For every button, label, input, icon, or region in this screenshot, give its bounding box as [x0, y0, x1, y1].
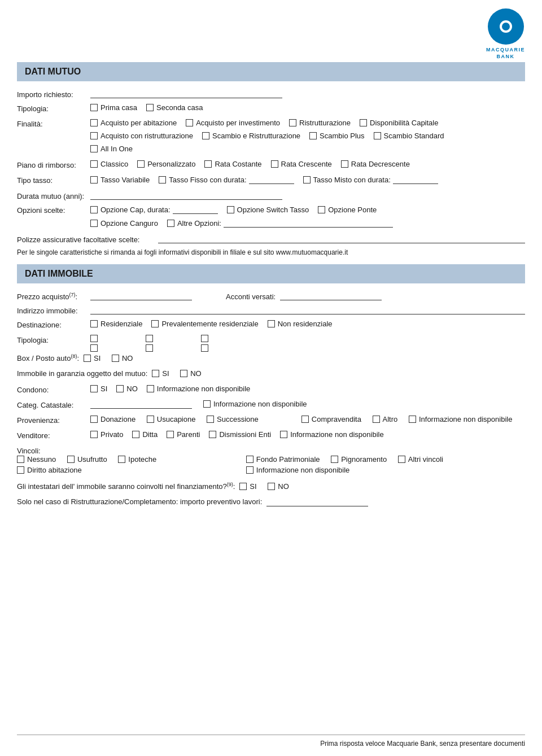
checkbox-box[interactable] — [146, 104, 154, 111]
cb-tipo5[interactable] — [146, 344, 153, 352]
cb-disponibilita[interactable]: Disponibilità Capitale — [360, 119, 438, 127]
cb-ditta[interactable]: Ditta — [132, 430, 158, 439]
cb-diritto-abitazione[interactable]: Diritto abitazione — [17, 466, 82, 474]
cb-box-si[interactable]: SI — [84, 354, 100, 362]
cb-scambio-standard[interactable]: Scambio Standard — [374, 132, 444, 140]
cb-immobile-si[interactable]: SI — [152, 369, 169, 378]
row-polizze: Polizze assicurative facoltative scelte: — [17, 234, 525, 244]
cb-acquisto-abitazione[interactable]: Acquisto per abitazione — [90, 119, 177, 127]
cb-categ-info[interactable]: Informazione non disponibile — [203, 400, 307, 408]
polizze-label: Polizze assicurative facoltative scelte: — [17, 234, 158, 244]
cb-scambio-ristrutturazione[interactable]: Scambio e Ristrutturazione — [202, 132, 300, 140]
cb-intestatari-si[interactable]: SI — [239, 482, 256, 491]
cb-venditore-info[interactable]: Informazione non disponibile — [280, 430, 384, 439]
finalita-row2: Acquisto con ristrutturazione Scambio e … — [90, 132, 453, 142]
durata-field[interactable] — [90, 191, 282, 200]
tasso-fisso-field[interactable] — [249, 175, 294, 184]
row-solo: Solo nel caso di Ristrutturazione/Comple… — [17, 497, 525, 506]
solo-label: Solo nel caso di Ristrutturazione/Comple… — [17, 497, 262, 506]
main-content: DATI MUTUO Importo richiesto: Tipologia:… — [17, 62, 525, 506]
cb-tasso-fisso[interactable]: Tasso Fisso con durata: — [159, 175, 294, 184]
section-dati-immobile: DATI IMMOBILE — [17, 264, 525, 283]
opzioni-row2: Opzione Canguro Altre Opzioni: — [90, 219, 402, 230]
altre-opzioni-field[interactable] — [224, 219, 393, 228]
cb-rata-decrescente[interactable]: Rata Decrescente — [341, 160, 410, 168]
indirizzo-field[interactable] — [90, 305, 525, 314]
checkbox-prima-casa[interactable]: Prima casa — [90, 103, 137, 112]
categ-field[interactable] — [90, 400, 192, 409]
row-box: Box / Posto auto(8): SI NO — [17, 354, 525, 365]
cb-classico[interactable]: Classico — [90, 160, 128, 168]
cap-field[interactable] — [173, 205, 218, 214]
cb-parenti[interactable]: Parenti — [167, 430, 200, 439]
cb-residenziale[interactable]: Residenziale — [90, 320, 142, 328]
cb-altro[interactable]: Altro — [373, 415, 398, 423]
cb-altri-vincoli[interactable]: Altri vincoli — [398, 455, 443, 464]
cb-tipo6[interactable] — [201, 344, 208, 352]
row-condono: Condono: SI NO Informazione non disponib… — [17, 384, 525, 395]
cb-privato[interactable]: Privato — [90, 430, 123, 439]
footer-text: Prima risposta veloce Macquarie Bank, se… — [320, 740, 525, 748]
cb-pignoramento[interactable]: Pignoramento — [331, 455, 387, 464]
condono-label: Condono: — [17, 384, 90, 394]
cb-dismissioni-enti[interactable]: Dismissioni Enti — [209, 430, 271, 439]
cb-usucapione[interactable]: Usucapione — [147, 415, 196, 423]
cb-switch-tasso[interactable]: Opzione Switch Tasso — [227, 206, 309, 214]
finalita-checkboxes: Acquisto per abitazione Acquisto per inv… — [90, 119, 453, 155]
checkbox-seconda-casa[interactable]: Seconda casa — [146, 103, 203, 112]
row-categ: Categ. Catastale: Informazione non dispo… — [17, 400, 525, 410]
categ-label: Categ. Catastale: — [17, 400, 90, 409]
cb-vincoli-info[interactable]: Informazione non disponibile — [246, 466, 350, 474]
cb-fondo-patrimoniale[interactable]: Fondo Patrimoniale — [246, 455, 320, 464]
cb-ipoteche[interactable]: Ipoteche — [118, 455, 156, 464]
cb-all-in-one[interactable]: All In One — [90, 145, 133, 153]
venditore-label: Venditore: — [17, 430, 90, 440]
cb-canguro[interactable]: Opzione Canguro — [90, 219, 158, 228]
cb-tasso-variabile[interactable]: Tasso Variabile — [90, 176, 150, 184]
row-intestatari: Gli intestatari dell' immobile saranno c… — [17, 482, 525, 493]
cb-non-residenziale[interactable]: Non residenziale — [268, 320, 333, 328]
cb-acquisto-ristrutturazione[interactable]: Acquisto con ristrutturazione — [90, 132, 193, 140]
cb-tipo4[interactable] — [90, 344, 98, 352]
cb-box-no[interactable]: NO — [112, 354, 133, 362]
cb-scambio-plus[interactable]: Scambio Plus — [309, 132, 364, 140]
polizze-field[interactable] — [158, 234, 525, 243]
acconti-field[interactable] — [280, 291, 382, 300]
cb-tipo1[interactable] — [90, 335, 98, 342]
cb-opzione-ponte[interactable]: Opzione Ponte — [318, 206, 377, 214]
cb-condono-si[interactable]: SI — [90, 384, 107, 393]
cb-tasso-misto[interactable]: Tasso Misto con durata: — [303, 175, 438, 184]
checkbox-box[interactable] — [90, 104, 98, 111]
cb-altre-opzioni: Altre Opzioni: — [167, 219, 393, 228]
importo-field[interactable] — [90, 89, 282, 98]
cb-prov-info[interactable]: Informazione non disponibile — [409, 415, 513, 423]
cb-tipo2[interactable] — [146, 335, 153, 342]
vincoli-col1: Nessuno Usufrutto Ipoteche Diritto abita… — [17, 455, 212, 477]
vincoli-checkboxes: Nessuno Usufrutto Ipoteche Diritto abita… — [17, 455, 525, 477]
cb-compravendita[interactable]: Compravendita — [301, 415, 361, 423]
cb-acquisto-investimento[interactable]: Acquisto per investimento — [186, 119, 280, 127]
row-indirizzo: Indirizzo immobile: — [17, 305, 525, 315]
cb-usufrutto[interactable]: Usufrutto — [67, 455, 107, 464]
cb-rata-costante[interactable]: Rata Costante — [204, 160, 261, 168]
cb-condono-info[interactable]: Informazione non disponibile — [147, 384, 251, 393]
cb-ristrutturazione[interactable]: Ristrutturazione — [289, 119, 351, 127]
box-label: Box / Posto auto(8): — [17, 354, 79, 362]
cb-successione[interactable]: Successione — [207, 415, 259, 423]
logo-icon — [488, 8, 524, 45]
opzioni-row1: Opzione Cap, durata: Opzione Switch Tass… — [90, 205, 402, 216]
tasso-misto-field[interactable] — [393, 175, 438, 184]
cb-personalizzato[interactable]: Personalizzato — [137, 160, 195, 168]
prezzo-field[interactable] — [90, 291, 192, 300]
cb-intestatari-no[interactable]: NO — [268, 482, 289, 491]
cb-rata-crescente[interactable]: Rata Crescente — [271, 160, 332, 168]
provenienza-col1: Donazione Usucapione Successione — [90, 415, 268, 426]
cb-prevalentemente-residenziale[interactable]: Prevalentemente residenziale — [151, 320, 258, 328]
cb-nessuno[interactable]: Nessuno — [17, 455, 56, 464]
cb-condono-no[interactable]: NO — [116, 384, 138, 393]
cb-opzione-cap[interactable]: Opzione Cap, durata: — [90, 205, 218, 214]
cb-immobile-no[interactable]: NO — [180, 369, 202, 378]
solo-field[interactable] — [266, 497, 368, 506]
cb-tipo3[interactable] — [201, 335, 208, 342]
cb-donazione[interactable]: Donazione — [90, 415, 136, 423]
